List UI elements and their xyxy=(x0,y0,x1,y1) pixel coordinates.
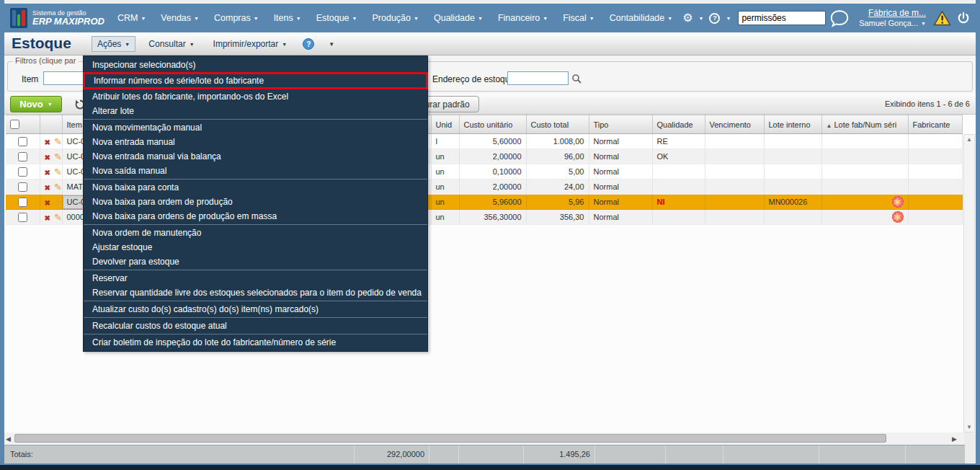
column-header-tipo[interactable]: Tipo xyxy=(589,115,652,134)
column-header-qual[interactable]: Qualidade xyxy=(652,115,705,134)
topbar-menu-itens[interactable]: Itens▼ xyxy=(274,13,301,23)
serial-numbers-badge-icon[interactable]: ✱ xyxy=(892,196,904,208)
actions-menu-item-highlighted[interactable]: Informar números de série/lote do fabric… xyxy=(83,72,428,89)
delete-icon[interactable]: ✖ xyxy=(45,138,50,146)
actions-menu-item[interactable]: Inspecionar selecionado(s) xyxy=(84,58,427,72)
items-count: Exibindo itens 1 - 6 de 6 xyxy=(885,94,970,115)
scrollbar-corner xyxy=(964,433,976,445)
actions-menu-item[interactable]: Nova baixa para conta xyxy=(84,180,427,195)
scroll-down-icon[interactable]: ▼ xyxy=(964,424,974,430)
row-checkbox[interactable] xyxy=(18,152,27,161)
filters-legend[interactable]: Filtros (clique par xyxy=(13,56,78,65)
actions-menu-item[interactable]: Devolver para estoque xyxy=(84,254,427,269)
page-menu-imprimir-exportar[interactable]: Imprimir/exportar▼ xyxy=(208,36,293,52)
horizontal-scrollbar[interactable]: ◀ ▶ xyxy=(4,433,976,445)
row-checkbox[interactable] xyxy=(18,182,27,192)
topbar-menu-vendas[interactable]: Vendas▼ xyxy=(161,13,199,23)
row-checkbox[interactable] xyxy=(18,167,27,177)
topbar-menu-financeiro[interactable]: Financeiro▼ xyxy=(498,13,548,23)
topbar-menu-crm[interactable]: CRM▼ xyxy=(117,13,146,23)
row-checkbox[interactable] xyxy=(18,198,27,207)
delete-icon[interactable]: ✖ xyxy=(45,154,50,161)
delete-icon[interactable]: ✖ xyxy=(45,214,50,222)
scrollbar-thumb[interactable] xyxy=(14,434,886,443)
item-filter-label: Item xyxy=(22,74,38,84)
topbar-menu-label: CRM xyxy=(117,13,138,23)
edit-pencil-icon[interactable]: ✎ xyxy=(54,167,62,177)
actions-menu-item[interactable]: Nova entrada manual via balança xyxy=(84,149,427,164)
column-header-ct[interactable]: Custo total xyxy=(526,115,589,134)
column-header-venc[interactable]: Vencimento xyxy=(705,115,764,134)
power-icon[interactable] xyxy=(957,12,970,25)
select-all-checkbox-header[interactable] xyxy=(6,115,40,134)
actions-menu-item[interactable]: Nova ordem de manutenção xyxy=(84,226,427,240)
menu-separator xyxy=(84,301,427,301)
edit-pencil-icon[interactable]: ✎ xyxy=(54,151,62,162)
chevron-down-icon[interactable]: ▼ xyxy=(726,16,731,21)
serial-numbers-badge-icon[interactable]: ✱ xyxy=(892,211,904,223)
company-link[interactable]: Fábrica de m... xyxy=(868,8,926,18)
gear-icon[interactable]: ⚙ xyxy=(682,12,692,24)
cell-venc xyxy=(705,195,764,210)
select-all-checkbox[interactable] xyxy=(10,120,19,129)
cell-fab xyxy=(908,195,962,210)
row-actions-cell: ✖✎ xyxy=(40,149,62,164)
edit-pencil-icon[interactable]: ✎ xyxy=(54,197,62,208)
topbar-menu-estoque[interactable]: Estoque▼ xyxy=(316,13,357,23)
actions-menu-item[interactable]: Reservar quantidade livre dos estoques s… xyxy=(84,285,427,300)
actions-menu-item[interactable]: Nova baixa para ordens de produção em ma… xyxy=(84,209,427,223)
row-checkbox[interactable] xyxy=(18,137,27,146)
topbar-menu-produção[interactable]: Produção▼ xyxy=(373,13,419,23)
actions-menu-item[interactable]: Ajustar estoque xyxy=(84,240,427,254)
actions-menu-item[interactable]: Nova saída manual xyxy=(84,164,427,178)
actions-menu-item[interactable]: Nova entrada manual xyxy=(84,135,427,149)
delete-icon[interactable]: ✖ xyxy=(45,169,50,177)
topbar-menu-contabilidade[interactable]: Contabilidade▼ xyxy=(610,13,672,23)
chat-bubble-icon[interactable] xyxy=(829,9,850,28)
row-actions-cell: ✖✎ xyxy=(40,164,62,179)
actions-menu-item[interactable]: Atribuir lotes do fabricante, importando… xyxy=(84,89,427,104)
cell-li xyxy=(764,134,821,149)
page-menu-consultar[interactable]: Consultar▼ xyxy=(143,36,200,52)
topbar-menu-qualidade[interactable]: Qualidade▼ xyxy=(434,13,483,23)
scroll-up-icon[interactable]: ▲ xyxy=(964,136,974,143)
warning-icon[interactable] xyxy=(933,10,951,26)
page-help-icon[interactable]: ? xyxy=(303,38,314,50)
actions-menu-item[interactable]: Criar boletim de inspeção do lote do fab… xyxy=(84,335,427,350)
topbar-menu-fiscal[interactable]: Fiscal▼ xyxy=(563,13,594,23)
new-button[interactable]: Novo ▼ xyxy=(10,96,62,112)
topbar-menu-compras[interactable]: Compras▼ xyxy=(214,13,259,23)
actions-menu-item[interactable]: Reservar xyxy=(84,271,427,285)
edit-pencil-icon[interactable]: ✎ xyxy=(54,182,62,192)
actions-menu-item[interactable]: Recalcular custos do estoque atual xyxy=(84,319,427,333)
actions-menu-item[interactable]: Atualizar custo do(s) cadastro(s) do(s) … xyxy=(84,302,427,316)
global-search-input[interactable] xyxy=(738,11,826,25)
column-header-li[interactable]: Lote interno xyxy=(764,115,821,134)
column-header-unid[interactable]: Unid xyxy=(431,115,459,134)
user-menu[interactable]: Samuel Gonça... ▼ xyxy=(859,18,926,28)
chevron-down-icon: ▼ xyxy=(48,102,53,107)
delete-icon[interactable]: ✖ xyxy=(45,184,50,192)
column-header-act[interactable] xyxy=(40,115,62,134)
column-header-cu[interactable]: Custo unitário xyxy=(459,115,526,134)
cell-unid: un xyxy=(431,210,459,225)
column-header-fab[interactable]: Fabricante xyxy=(908,115,962,134)
edit-pencil-icon[interactable]: ✎ xyxy=(54,136,62,147)
page-menu-acoes[interactable]: Ações▼ xyxy=(92,36,135,52)
actions-menu-item[interactable]: Alterar lote xyxy=(84,104,427,118)
delete-icon[interactable]: ✖ xyxy=(45,199,50,207)
search-icon[interactable] xyxy=(571,74,582,84)
edit-pencil-icon[interactable]: ✎ xyxy=(54,212,62,223)
scroll-left-icon[interactable]: ◀ xyxy=(6,435,11,443)
vertical-scrollbar[interactable]: ▲ ▼ xyxy=(963,134,975,433)
column-header-lf[interactable]: ▲Lote fab/Num séri xyxy=(821,115,908,134)
actions-menu-item[interactable]: Nova movimentação manual xyxy=(84,120,427,135)
help-icon[interactable]: ? xyxy=(709,13,720,24)
endereco-filter-input[interactable] xyxy=(507,71,569,85)
actions-menu-item[interactable]: Nova baixa para ordem de produção xyxy=(84,195,427,209)
chevron-down-icon[interactable]: ▼ xyxy=(699,16,704,21)
scroll-right-icon[interactable]: ▶ xyxy=(952,435,957,443)
more-menu-chevron-icon[interactable]: ▼ xyxy=(329,41,334,48)
endereco-filter-label: Endereço de estoque xyxy=(432,74,514,84)
row-checkbox[interactable] xyxy=(18,213,27,222)
